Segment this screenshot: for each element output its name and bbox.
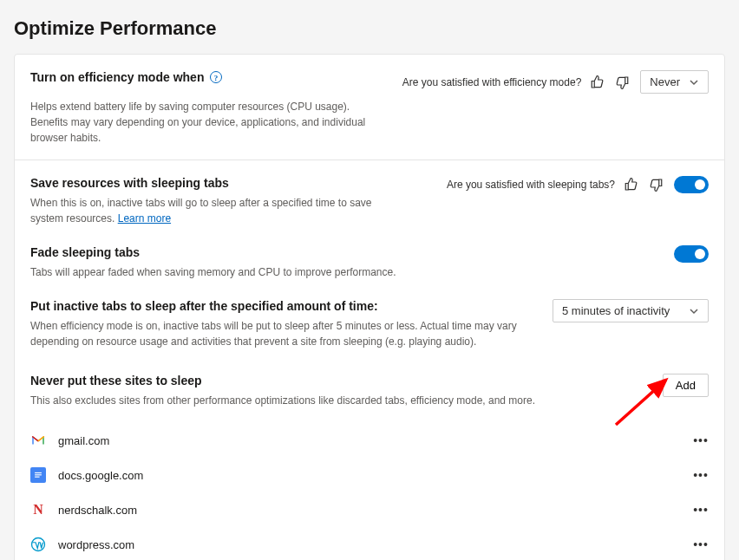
never-sleep-title: Never put these sites to sleep (30, 374, 202, 387)
more-options-icon[interactable]: ••• (693, 433, 709, 448)
sleeping-tabs-title: Save resources with sleeping tabs (30, 176, 229, 190)
wordpress-icon (30, 537, 46, 552)
chevron-down-icon (689, 306, 699, 316)
svg-rect-2 (35, 472, 42, 473)
learn-more-link[interactable]: Learn more (118, 212, 171, 225)
add-button[interactable]: Add (663, 374, 709, 397)
sleeping-tabs-toggle[interactable] (674, 176, 709, 193)
svg-text:?: ? (214, 74, 219, 82)
svg-rect-4 (35, 477, 39, 478)
more-options-icon[interactable]: ••• (693, 467, 709, 483)
site-row: docs.google.com ••• (15, 457, 724, 492)
site-row: N nerdschalk.com ••• (15, 492, 724, 526)
info-icon[interactable]: ? (209, 70, 223, 84)
sleep-timer-desc: When efficiency mode is on, inactive tab… (30, 318, 539, 349)
nerdschalk-icon: N (30, 502, 46, 518)
site-row: wordpress.com ••• (15, 526, 724, 560)
efficiency-dropdown-value: Never (650, 75, 680, 88)
sleeping-tabs-desc: When this is on, inactive tabs will go t… (30, 197, 372, 225)
sleep-timer-value: 5 minutes of inactivity (562, 304, 670, 317)
more-options-icon[interactable]: ••• (693, 502, 709, 518)
chevron-down-icon (689, 77, 699, 88)
docs-icon (30, 467, 46, 483)
efficiency-desc: Helps extend battery life by saving comp… (30, 99, 377, 146)
site-domain: docs.google.com (58, 469, 681, 482)
gmail-icon (30, 433, 46, 448)
site-domain: wordpress.com (58, 538, 681, 551)
sleeping-satisfaction-prompt: Are you satisfied with sleeping tabs? (447, 179, 615, 191)
never-sleep-desc: This also excludes sites from other perf… (30, 393, 551, 408)
more-options-icon[interactable]: ••• (693, 537, 709, 552)
site-domain: gmail.com (58, 434, 681, 447)
sleep-timer-dropdown[interactable]: 5 minutes of inactivity (553, 299, 709, 322)
fade-tabs-desc: Tabs will appear faded when saving memor… (30, 264, 551, 280)
svg-rect-3 (35, 474, 42, 475)
sleep-timer-title: Put inactive tabs to sleep after the spe… (30, 299, 378, 313)
thumbs-down-icon[interactable] (614, 75, 630, 90)
page-title: Optimize Performance (14, 17, 739, 40)
fade-tabs-toggle[interactable] (674, 245, 709, 263)
efficiency-panel: Turn on efficiency mode when ? Are you s… (14, 54, 725, 560)
efficiency-title: Turn on efficiency mode when (30, 70, 204, 84)
site-domain: nerdschalk.com (58, 504, 681, 517)
thumbs-up-icon[interactable] (590, 75, 605, 90)
thumbs-down-icon[interactable] (648, 177, 664, 192)
never-sleep-site-list: gmail.com ••• docs.google.com ••• N nerd… (15, 422, 724, 560)
fade-tabs-title: Fade sleeping tabs (30, 245, 140, 259)
efficiency-mode-dropdown[interactable]: Never (640, 70, 709, 94)
thumbs-up-icon[interactable] (624, 177, 639, 192)
efficiency-satisfaction-prompt: Are you satisfied with efficiency mode? (402, 76, 582, 88)
site-row: gmail.com ••• (15, 422, 724, 457)
